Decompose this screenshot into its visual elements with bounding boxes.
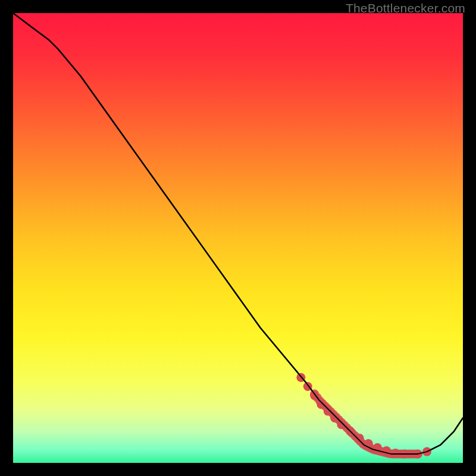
curve-layer — [13, 13, 463, 463]
marker-point — [324, 407, 333, 416]
marker-point — [337, 420, 346, 429]
marker-point — [391, 449, 400, 458]
chart-stage: TheBottlenecker.com — [0, 0, 476, 476]
marker-point — [317, 400, 325, 409]
marker-cluster — [310, 390, 421, 459]
marker-point — [330, 414, 339, 422]
plot-area — [13, 13, 463, 463]
bottleneck-curve — [13, 13, 463, 454]
bottleneck-curve — [13, 13, 463, 454]
marker-point — [355, 434, 364, 443]
watermark-label: TheBottlenecker.com — [346, 1, 465, 15]
